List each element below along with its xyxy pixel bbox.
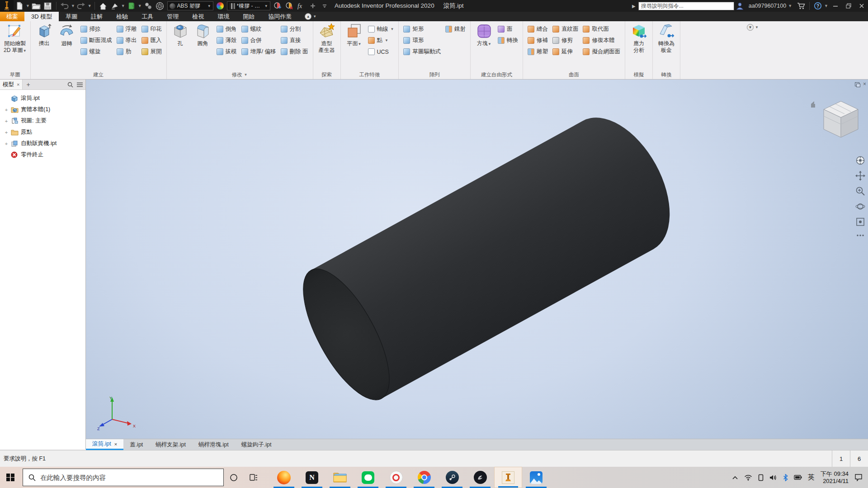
document-tab-蝸桿滑塊.ipt[interactable]: 蝸桿滑塊.ipt [192, 439, 235, 450]
draft-button[interactable]: 拔模 [215, 46, 239, 57]
close-icon[interactable]: × [114, 441, 117, 447]
ribbon-tab-管理[interactable]: 管理 [160, 12, 185, 21]
document-tab-蝸桿支架.ipt[interactable]: 蝸桿支架.ipt [149, 439, 192, 450]
sweep-button[interactable]: 掃掠 [79, 23, 114, 35]
fit-mesh-face-button[interactable]: 擬合網面面 [581, 46, 622, 57]
ribbon-tab-開始[interactable]: 開始 [236, 12, 261, 21]
pan-icon[interactable] [855, 171, 865, 181]
wifi-icon[interactable] [744, 474, 752, 481]
battery-icon[interactable] [794, 475, 802, 480]
rib-button[interactable]: 肋 [115, 46, 139, 57]
hole-button[interactable]: 孔 [169, 22, 192, 47]
patch-button[interactable]: 修補 [526, 35, 550, 46]
minimize-button[interactable] [829, 0, 842, 12]
panel-label-模擬[interactable]: 模擬 [627, 70, 650, 79]
new-document-icon[interactable] [14, 0, 25, 11]
graphics-viewport[interactable]: Y X Z × [86, 80, 868, 439]
derive-button[interactable]: 導出 [115, 35, 139, 46]
chevron-down-icon[interactable]: ▼ [824, 4, 828, 8]
taskbar-app-ringfit[interactable] [382, 467, 410, 488]
taskbar-app-monster-hunter[interactable] [466, 467, 494, 488]
ime-indicator[interactable]: 英 [808, 473, 815, 482]
document-tab-螺旋鉤子.ipt[interactable]: 螺旋鉤子.ipt [235, 439, 278, 450]
expand-icon[interactable]: + [4, 118, 9, 124]
taskbar-app-chrome[interactable] [410, 467, 438, 488]
search-icon[interactable] [67, 82, 73, 88]
appearance-dropdown[interactable]: *橡膠 - 黑色 ▼ [227, 1, 270, 10]
panel-label-陣列[interactable]: 陣列 [401, 70, 468, 79]
replace-face-button[interactable]: 取代面 [581, 23, 622, 35]
taskbar-app-line[interactable] [354, 467, 382, 488]
repair-bodies-button[interactable]: 修復本體 [581, 35, 622, 46]
chevron-down-icon[interactable]: ▼ [121, 4, 125, 8]
fillet-button[interactable]: 圓角 [192, 22, 214, 47]
action-center-icon[interactable] [854, 474, 863, 481]
circular-pattern-button[interactable]: 環形 [401, 35, 443, 46]
sculpt-button[interactable]: 雕塑 [526, 46, 550, 57]
panel-label-轉換[interactable]: 轉換 [655, 70, 678, 79]
close-button[interactable] [855, 0, 868, 12]
ribbon-collapse-button[interactable]: ▲▼ [305, 12, 316, 21]
help-icon[interactable]: ? [812, 0, 823, 11]
parameters-fx-icon[interactable]: fx [296, 0, 307, 11]
delete-face-button[interactable]: 刪除 面 [279, 46, 310, 57]
ribbon-display-options[interactable]: ▼ ▼ [747, 24, 759, 31]
point-button[interactable]: 點▼ [366, 35, 396, 46]
restore-button[interactable] [842, 0, 855, 12]
ribbon-tab-檢視[interactable]: 檢視 [185, 12, 211, 21]
color-wheel-icon[interactable] [217, 2, 224, 9]
shape-generator-button[interactable]: 造型產生器 [316, 22, 338, 54]
more-caret-icon[interactable] [319, 0, 330, 11]
panel-label-建立[interactable]: 建立 [33, 70, 164, 79]
add-icon[interactable] [307, 0, 318, 11]
trim-button[interactable]: 修剪 [551, 35, 580, 46]
view-face-icon[interactable] [109, 0, 120, 11]
tree-item-視圖: 主要[interactable]: +視圖: 主要 [0, 115, 85, 127]
tree-item-滾筒.ipt[interactable]: 滾筒.ipt [0, 93, 85, 104]
tree-item-原點[interactable]: +原點 [0, 127, 85, 138]
taskbar-app-steam[interactable] [438, 467, 466, 488]
panel-label-曲面[interactable]: 曲面 [525, 70, 623, 79]
freeform-convert-button[interactable]: 轉換 [496, 35, 520, 46]
view-cube[interactable] [809, 96, 863, 143]
account-menu[interactable]: aa0979607100▼ [749, 3, 793, 9]
phone-link-icon[interactable] [758, 474, 764, 481]
restore-document-icon[interactable] [855, 82, 859, 86]
chevron-down-icon[interactable]: ▼ [138, 4, 142, 8]
ribbon-tab-檢驗[interactable]: 檢驗 [109, 12, 135, 21]
chamfer-button[interactable]: 倒角 [215, 23, 239, 35]
expand-icon[interactable]: + [4, 141, 9, 146]
redo-icon[interactable] [76, 0, 87, 11]
hidden-icons-icon[interactable] [732, 475, 738, 480]
more-tools-icon[interactable] [855, 232, 865, 239]
adjust-appearance-icon[interactable] [272, 0, 283, 11]
expand-icon[interactable]: + [4, 107, 9, 113]
unwrap-button[interactable]: 展開 [140, 46, 164, 57]
stitch-button[interactable]: 縫合 [526, 23, 550, 35]
taskbar-app-file-explorer[interactable] [326, 467, 354, 488]
add-browser-tab-button[interactable]: + [23, 81, 33, 88]
publish-icon[interactable] [126, 0, 137, 11]
home-icon[interactable] [98, 0, 108, 11]
split-button[interactable]: 分割 [279, 23, 310, 35]
expand-icon[interactable]: + [4, 130, 9, 135]
mirror-button[interactable]: 鏡射 [443, 23, 467, 35]
ribbon-tab-協同作業[interactable]: 協同作業 [261, 12, 298, 21]
collapse-ribbon-icon[interactable]: ▼ [747, 24, 754, 31]
panel-label-工作特徵[interactable]: 工作特徵 [343, 70, 396, 79]
ucs-button[interactable]: UCS [366, 46, 396, 57]
panel-label-修改[interactable]: 修改▼ [169, 70, 311, 79]
browser-tab-model[interactable]: 模型 × [0, 80, 23, 89]
tree-item-自動販賣機.ipt[interactable]: +自動販賣機.ipt [0, 138, 85, 149]
cortana-button[interactable] [224, 467, 244, 488]
tree-item-零件終止[interactable]: 零件終止 [0, 149, 85, 160]
ribbon-tab-工具[interactable]: 工具 [135, 12, 160, 21]
ribbon-tab-草圖[interactable]: 草圖 [59, 12, 84, 21]
shell-button[interactable]: 薄殼 [215, 35, 239, 46]
ribbon-tab-檔案[interactable]: 檔案 [0, 12, 24, 21]
menu-icon[interactable] [77, 82, 83, 87]
revolve-button[interactable]: 迴轉 [56, 22, 78, 47]
full-navigation-wheel-icon[interactable] [855, 155, 865, 165]
undo-icon[interactable] [59, 0, 70, 11]
bluetooth-icon[interactable] [783, 474, 788, 481]
